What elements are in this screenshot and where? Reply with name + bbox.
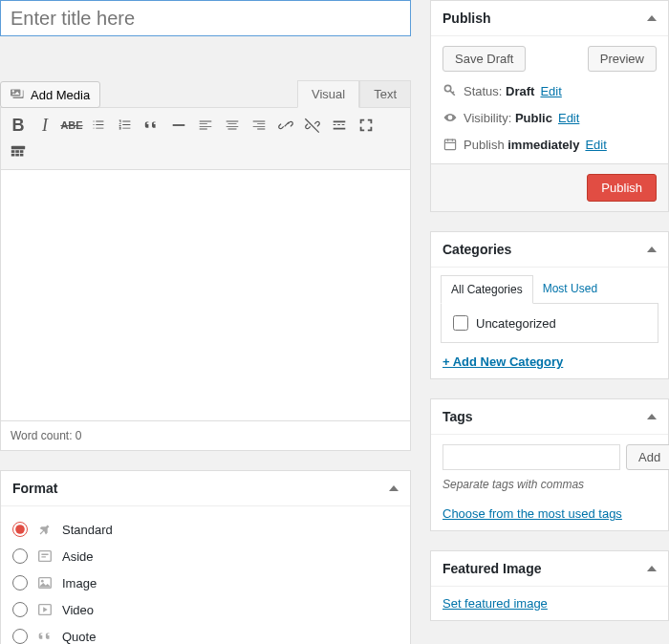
format-label: Video bbox=[62, 603, 94, 617]
format-option-standard[interactable]: Standard bbox=[12, 516, 399, 543]
image-icon bbox=[35, 573, 54, 592]
svg-rect-5 bbox=[11, 154, 15, 157]
tags-panel-header[interactable]: Tags bbox=[431, 399, 668, 435]
readmore-button[interactable] bbox=[326, 112, 353, 139]
edit-status-link[interactable]: Edit bbox=[540, 84, 561, 98]
collapse-icon bbox=[647, 566, 657, 571]
add-category-link[interactable]: + Add New Category bbox=[442, 354, 563, 369]
format-title: Format bbox=[12, 481, 57, 496]
choose-tags-link[interactable]: Choose from the most used tags bbox=[442, 506, 622, 521]
svg-rect-3 bbox=[15, 150, 19, 153]
svg-point-10 bbox=[41, 580, 44, 583]
editor: B I ABE Word count: 0 bbox=[0, 107, 411, 451]
key-icon bbox=[442, 83, 458, 98]
bullet-list-button[interactable] bbox=[85, 112, 112, 139]
video-icon bbox=[35, 600, 54, 619]
tags-input[interactable] bbox=[442, 444, 620, 470]
format-label: Standard bbox=[62, 523, 113, 537]
align-left-button[interactable] bbox=[192, 112, 219, 139]
format-panel-header[interactable]: Format bbox=[1, 471, 410, 506]
preview-button[interactable]: Preview bbox=[588, 46, 657, 72]
featured-image-panel-header[interactable]: Featured Image bbox=[431, 551, 668, 587]
format-label: Aside bbox=[62, 549, 94, 564]
format-option-quote[interactable]: Quote bbox=[12, 623, 399, 644]
collapse-icon bbox=[647, 247, 657, 252]
svg-rect-0 bbox=[173, 124, 185, 126]
quote-icon bbox=[35, 627, 54, 644]
publish-button[interactable]: Publish bbox=[587, 174, 657, 202]
publish-title: Publish bbox=[442, 11, 491, 26]
numbered-list-button[interactable] bbox=[112, 112, 139, 139]
hr-button[interactable] bbox=[165, 112, 192, 139]
editor-toolbar: B I ABE bbox=[1, 108, 410, 170]
collapse-icon bbox=[647, 414, 657, 419]
category-label: Uncategorized bbox=[476, 316, 556, 331]
editor-tab-text[interactable]: Text bbox=[359, 80, 411, 108]
publish-panel-header[interactable]: Publish bbox=[431, 1, 668, 36]
set-featured-image-link[interactable]: Set featured image bbox=[442, 596, 548, 611]
aside-icon bbox=[35, 547, 54, 566]
format-option-video[interactable]: Video bbox=[12, 596, 399, 623]
svg-rect-7 bbox=[20, 154, 24, 157]
category-tab-all[interactable]: All Categories bbox=[441, 275, 533, 304]
format-radio[interactable] bbox=[12, 548, 28, 564]
word-count: Word count: 0 bbox=[1, 420, 410, 450]
content-area[interactable] bbox=[1, 170, 410, 420]
categories-panel-header[interactable]: Categories bbox=[431, 232, 668, 268]
italic-button[interactable]: I bbox=[32, 112, 58, 139]
bold-button[interactable]: B bbox=[5, 112, 32, 139]
media-icon bbox=[11, 87, 26, 102]
svg-rect-8 bbox=[39, 551, 52, 562]
tags-title: Tags bbox=[442, 409, 473, 424]
add-tag-button[interactable]: Add bbox=[626, 444, 669, 470]
edit-visibility-link[interactable]: Edit bbox=[558, 111, 579, 125]
title-input[interactable] bbox=[0, 0, 411, 36]
link-button[interactable] bbox=[272, 112, 299, 139]
align-right-button[interactable] bbox=[246, 112, 272, 139]
unlink-button[interactable] bbox=[299, 112, 326, 139]
format-radio[interactable] bbox=[12, 602, 28, 617]
align-center-button[interactable] bbox=[219, 112, 246, 139]
svg-rect-4 bbox=[20, 150, 24, 153]
collapse-icon bbox=[647, 15, 657, 21]
edit-schedule-link[interactable]: Edit bbox=[585, 138, 606, 152]
eye-icon bbox=[442, 110, 458, 125]
category-checkbox[interactable] bbox=[453, 315, 468, 331]
format-label: Quote bbox=[62, 630, 96, 644]
format-radio[interactable] bbox=[12, 629, 28, 644]
format-label: Image bbox=[62, 576, 97, 590]
category-item[interactable]: Uncategorized bbox=[453, 315, 646, 331]
toolbar-toggle-button[interactable] bbox=[5, 139, 32, 165]
strikethrough-button[interactable]: ABE bbox=[58, 112, 85, 139]
featured-image-title: Featured Image bbox=[442, 561, 541, 576]
calendar-icon bbox=[442, 137, 458, 152]
save-draft-button[interactable]: Save Draft bbox=[442, 46, 526, 72]
format-option-aside[interactable]: Aside bbox=[12, 543, 399, 569]
fullscreen-button[interactable] bbox=[353, 112, 379, 139]
format-radio[interactable] bbox=[12, 522, 28, 537]
add-media-button[interactable]: Add Media bbox=[0, 81, 100, 108]
blockquote-button[interactable] bbox=[139, 112, 165, 139]
category-tab-most-used[interactable]: Most Used bbox=[533, 275, 607, 303]
format-option-image[interactable]: Image bbox=[12, 569, 399, 596]
categories-title: Categories bbox=[442, 242, 511, 257]
svg-rect-1 bbox=[11, 146, 25, 150]
svg-rect-2 bbox=[11, 150, 15, 153]
svg-point-12 bbox=[444, 85, 450, 91]
collapse-icon bbox=[389, 485, 399, 491]
svg-rect-13 bbox=[444, 140, 455, 149]
svg-rect-6 bbox=[15, 154, 19, 157]
editor-tab-visual[interactable]: Visual bbox=[297, 80, 359, 108]
add-media-label: Add Media bbox=[31, 88, 90, 102]
pin-icon bbox=[35, 520, 54, 539]
tags-help: Separate tags with commas bbox=[442, 478, 657, 491]
format-radio[interactable] bbox=[12, 575, 28, 590]
